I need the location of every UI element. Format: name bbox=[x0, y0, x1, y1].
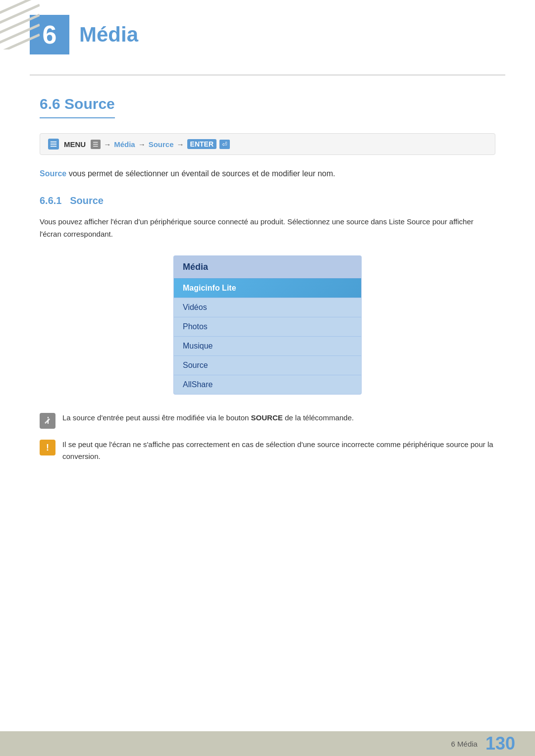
breadcrumb-arrow-1: → bbox=[104, 140, 111, 149]
note-warning: ! Il se peut que l'écran ne s'affiche pa… bbox=[40, 439, 495, 462]
chapter-header: 6 Média bbox=[0, 0, 535, 64]
subsection-description: Vous pouvez afficher l'écran d'un périph… bbox=[40, 215, 495, 241]
note-info-text: La source d'entrée peut aussi être modif… bbox=[62, 412, 354, 424]
menu-screenshot: Média Magicinfo Lite Vidéos Photos Musiq… bbox=[40, 255, 495, 395]
breadcrumb-arrow-3: → bbox=[177, 140, 184, 149]
subsection-title: 6.6.1 Source bbox=[40, 195, 495, 206]
menu-item-photos[interactable]: Photos bbox=[174, 317, 361, 336]
nav-breadcrumb: MENU ☰ → Média → Source → ENTER ⏎ bbox=[40, 133, 495, 155]
breadcrumb-arrow-2: → bbox=[138, 140, 146, 149]
svg-text:!: ! bbox=[46, 443, 49, 453]
subsection-number: 6.6.1 bbox=[40, 195, 61, 206]
breadcrumb-enter: ENTER bbox=[187, 139, 216, 149]
menu-item-videos[interactable]: Vidéos bbox=[174, 298, 361, 317]
section-number: 6.6 bbox=[40, 96, 60, 112]
main-content: 6.6 Source MENU ☰ → Média → Source → ENT… bbox=[0, 91, 535, 502]
svg-rect-7 bbox=[51, 146, 56, 147]
menu-icon bbox=[48, 139, 59, 150]
chapter-title: Média bbox=[79, 23, 138, 47]
description-text: vous permet de sélectionner un éventail … bbox=[66, 169, 335, 178]
svg-rect-5 bbox=[51, 142, 56, 143]
section-title: 6.6 Source bbox=[40, 96, 115, 118]
description-highlight: Source bbox=[40, 169, 66, 178]
warning-icon: ! bbox=[40, 440, 55, 455]
menu-item-magicinfo[interactable]: Magicinfo Lite bbox=[174, 278, 361, 298]
svg-line-4 bbox=[0, 35, 40, 50]
menu-label: MENU bbox=[64, 140, 86, 149]
svg-line-3 bbox=[0, 25, 40, 45]
breadcrumb-item-1: Média bbox=[114, 140, 135, 149]
subsection-label: Source bbox=[70, 195, 104, 206]
note-warning-text: Il se peut que l'écran ne s'affiche pas … bbox=[62, 439, 495, 462]
info-icon bbox=[40, 413, 55, 429]
footer-page-number: 130 bbox=[485, 733, 515, 754]
footer-section-label: 6 Média bbox=[451, 740, 478, 748]
top-decoration bbox=[0, 0, 40, 50]
section-label: Source bbox=[64, 96, 115, 112]
header-divider bbox=[30, 74, 505, 76]
footer: 6 Média 130 bbox=[0, 731, 535, 756]
note-info: La source d'entrée peut aussi être modif… bbox=[40, 412, 495, 429]
svg-line-1 bbox=[0, 5, 40, 25]
breadcrumb-item-2: Source bbox=[149, 140, 174, 149]
menu-item-musique[interactable]: Musique bbox=[174, 336, 361, 355]
svg-rect-6 bbox=[51, 144, 56, 145]
section-description: Source vous permet de sélectionner un év… bbox=[40, 167, 495, 180]
svg-line-2 bbox=[0, 15, 40, 35]
menu-item-allshare[interactable]: AllShare bbox=[174, 375, 361, 394]
media-menu: Média Magicinfo Lite Vidéos Photos Musiq… bbox=[173, 255, 362, 395]
menu-item-source[interactable]: Source bbox=[174, 355, 361, 375]
menu-header: Média bbox=[174, 256, 361, 278]
